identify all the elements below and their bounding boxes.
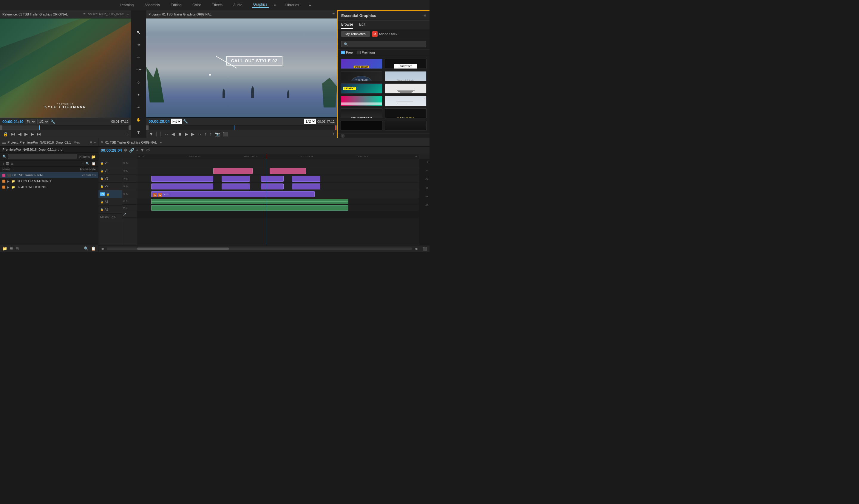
project-item-audio[interactable]: ▶ 📁 02 AUTO-DUCKING — [0, 184, 98, 190]
template-fluid3[interactable]: THE FLUID SELFVisual Trends ✓ Visual Tre… — [385, 108, 426, 119]
source-go-in[interactable]: ⏮ — [11, 132, 16, 137]
nav-item-color[interactable]: Color — [191, 3, 202, 7]
source-quality-select[interactable]: 1/2 — [37, 119, 49, 124]
tl-link-icon[interactable]: 🔗 — [129, 148, 134, 153]
proj-icon-new[interactable]: + — [2, 162, 4, 166]
track-label-v1[interactable]: V1 🔒 — [99, 190, 122, 198]
free-checkbox[interactable] — [341, 51, 345, 54]
proj-icon-list[interactable]: ☰ — [6, 162, 9, 166]
stretch-tool[interactable]: ⊣⊢ — [135, 65, 143, 74]
nav-item-editing[interactable]: Editing — [169, 3, 183, 7]
project-collapse-icon[interactable]: ▬ — [2, 141, 6, 144]
item-expand-3[interactable]: ▶ — [7, 186, 10, 189]
eg-menu-icon[interactable]: ≡ — [423, 13, 426, 18]
a2-solo-btn[interactable]: S — [126, 206, 127, 209]
proj-icon-grid[interactable]: ⊞ — [11, 162, 13, 166]
tl-sequence-marker[interactable]: ⬛ — [423, 247, 427, 251]
program-add-marker[interactable]: ▼ — [149, 132, 154, 137]
clip-v3-1[interactable] — [151, 176, 213, 182]
project-search-input[interactable] — [8, 154, 77, 159]
project-item-trailer[interactable]: ⬛ 00 TSB Trailer FINAL 23.976 fps — [0, 172, 98, 178]
program-wrench-icon[interactable]: 🔧 — [183, 119, 188, 124]
v5-mute[interactable]: M — [126, 162, 129, 165]
proj-icon-media[interactable]: 📋 — [92, 162, 96, 166]
tl-go-end[interactable]: ⏭ — [415, 247, 418, 251]
template-silence2[interactable]: Silence &Solitude Title • Visual Trends:… — [385, 96, 426, 106]
program-step-back[interactable]: ◀ — [171, 132, 175, 137]
program-play[interactable]: ▶ — [184, 132, 189, 137]
eg-search-input[interactable] — [341, 41, 426, 47]
source-monitor-menu[interactable]: ≡ — [83, 12, 86, 16]
project-expand-icon[interactable]: » — [94, 140, 96, 144]
program-lift[interactable]: ↑ — [204, 132, 207, 137]
v1-mute[interactable]: M — [126, 193, 129, 196]
ripple-tool[interactable]: ↔ — [135, 53, 143, 61]
program-quality-select[interactable]: 1/2 — [304, 119, 316, 124]
proj-new-item[interactable]: ☰ — [10, 246, 13, 251]
nav-item-learning[interactable]: Learning — [119, 3, 135, 7]
template-tabbed-text[interactable]: Full ControlEasy To Use Tabbed Text Pane… — [385, 83, 426, 94]
project-item-color[interactable]: ▶ 📁 01 COLOR MATCHING — [0, 178, 98, 184]
program-export[interactable]: ⬛ — [222, 132, 228, 137]
eg-tab-edit[interactable]: Edit — [359, 20, 365, 29]
program-add-btn[interactable]: + — [332, 131, 335, 137]
proj-search-bottom[interactable]: 🔍 — [84, 246, 89, 251]
clip-v1-1[interactable]: fx fx A003... — [151, 191, 315, 197]
clip-v2-3[interactable] — [261, 184, 284, 189]
program-scrubbar[interactable] — [146, 125, 337, 130]
project-folder-icon[interactable]: 📁 — [91, 155, 96, 159]
clip-v3-4[interactable] — [292, 176, 320, 182]
clip-v3-3[interactable] — [261, 176, 284, 182]
program-go-out[interactable]: ↔ — [197, 132, 202, 137]
nav-item-graphics[interactable]: Graphics — [252, 2, 269, 8]
template-whitegray[interactable]: CALL OUT STYLE 02Lower Third ✓ i ↓ White… — [341, 108, 382, 119]
tl-add-track[interactable]: + — [136, 148, 138, 153]
proj-auto[interactable]: ⊞ — [16, 246, 19, 251]
template-dark1[interactable]: — — [341, 121, 382, 131]
program-stop[interactable]: ⏹ — [177, 132, 183, 137]
template-sliding-borders[interactable]: FIRST TEXTADD SECOND TEXTThird Text Here… — [385, 59, 426, 69]
v3-mute[interactable]: M — [126, 177, 129, 180]
program-camera[interactable]: 📷 — [214, 132, 221, 137]
v5-eye[interactable]: 👁 — [123, 162, 125, 165]
clip-v4-2[interactable] — [270, 168, 306, 174]
slip-tool[interactable]: ✦ — [135, 91, 143, 99]
project-menu-icon[interactable]: ≡ — [90, 140, 92, 144]
template-modern-animated[interactable]: BASIC CORNERLOWER THIRDEXTREME ✓ Modern … — [341, 59, 382, 69]
nav-more[interactable]: » — [309, 3, 311, 7]
eg-tab-browse[interactable]: Browse — [341, 20, 353, 29]
source-play[interactable]: ▶ — [24, 132, 28, 137]
hand-tool[interactable]: ✋ — [135, 115, 143, 124]
v2-eye[interactable]: 👁 — [123, 185, 125, 188]
master-mic[interactable]: 🎤 — [123, 213, 126, 216]
program-out-point[interactable]: | — [160, 132, 162, 137]
nav-item-assembly[interactable]: Assembly — [143, 3, 161, 7]
audio-clip-a1[interactable] — [151, 199, 348, 204]
source-go-out[interactable]: ⏭ — [36, 132, 42, 137]
tl-settings-icon[interactable]: ⚙ — [146, 148, 150, 153]
program-in-point[interactable]: | — [156, 132, 158, 137]
program-monitor-menu[interactable]: ≡ — [332, 12, 335, 16]
v4-mute[interactable]: M — [126, 170, 129, 172]
clip-v2-4[interactable] — [292, 184, 320, 189]
source-step-back[interactable]: ◀ — [18, 132, 22, 137]
adobe-stock-btn[interactable]: St Adobe Stock — [372, 31, 397, 37]
clip-v4-1[interactable] — [213, 168, 253, 174]
source-add-marker[interactable]: 🔒 — [2, 132, 9, 137]
template-fluid-stripes[interactable]: ✓ Visual Trends: The Fluid ... — [341, 96, 382, 106]
v2-mute[interactable]: M — [126, 185, 129, 188]
program-fit-select[interactable]: Fit — [171, 119, 182, 124]
a1-solo-btn[interactable]: S — [126, 200, 127, 203]
proj-icon-sort[interactable]: ↕ — [82, 162, 84, 166]
item-expand-2[interactable]: ▶ — [7, 179, 10, 183]
timeline-collapse-icon[interactable]: ✕ — [101, 140, 104, 144]
clip-v3-2[interactable] — [222, 176, 250, 182]
v4-eye[interactable]: 👁 — [123, 170, 125, 172]
premium-checkbox[interactable] — [357, 51, 361, 54]
v3-eye[interactable]: 👁 — [123, 177, 125, 180]
source-step-fwd[interactable]: ▶ — [30, 132, 35, 137]
nav-item-audio[interactable]: Audio — [232, 3, 244, 7]
pen-tool[interactable]: ✒ — [135, 103, 143, 111]
razor-tool[interactable]: ◇ — [135, 78, 143, 86]
a1-mute-btn[interactable]: M — [123, 200, 125, 203]
